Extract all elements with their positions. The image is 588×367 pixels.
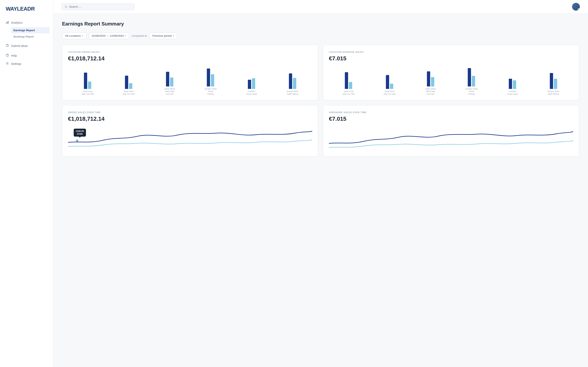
bars-row <box>509 68 516 89</box>
bars-row <box>468 66 475 86</box>
primary-bar <box>468 68 471 86</box>
primary-bar <box>289 73 292 89</box>
primary-bar <box>248 80 251 89</box>
bar-group: Dunnes Store Staff Parking <box>273 68 312 95</box>
topbar <box>53 0 588 14</box>
logo-area: WAYLEADR <box>0 6 53 18</box>
bar-label: Dooleys Hotel Guest Parking <box>465 88 477 95</box>
bar-label: Customs House Quay <box>506 90 519 95</box>
tooltip-value: €108.00 <box>76 130 84 133</box>
svg-point-6 <box>7 56 8 56</box>
gross-sales-card: LOCATION GROSS SALES €1,018,712.14 Quay … <box>62 45 318 100</box>
avg-sales-label: LOCATION AVERAGE SALES <box>329 51 573 53</box>
bar-group: Dooleys Hotel Guest Parking <box>191 66 230 95</box>
period-chevron-icon: ▾ <box>173 34 174 37</box>
bar-label: Dunnes Store Staff Parking <box>286 90 299 95</box>
help-icon <box>6 54 9 58</box>
primary-bar <box>427 71 430 86</box>
sidebar-item-settings[interactable]: Settings <box>3 60 50 68</box>
compared-to-label: compared to <box>132 34 147 37</box>
bar-label: Clyde Wharf Short Stay Car Park <box>424 88 437 95</box>
bars-row <box>289 68 296 89</box>
search-bar[interactable] <box>61 3 135 10</box>
avg-time-chart <box>329 127 573 151</box>
secondary-bar <box>431 77 434 86</box>
sidebar-item-submit-ideas[interactable]: Submit Ideas <box>3 42 50 50</box>
bar-label: Quay Short Stay Car Park <box>383 90 396 95</box>
svg-point-7 <box>7 63 8 64</box>
gross-time-svg <box>68 127 312 151</box>
date-range-filter[interactable]: 01/06/2024 → 12/06/2024 ▾ <box>89 33 129 39</box>
avg-time-card: AVERAGRE SALES OVER TIME €7.015 <box>323 105 579 157</box>
secondary-bar <box>390 83 393 89</box>
sidebar-item-help[interactable]: Help <box>3 52 50 60</box>
svg-rect-0 <box>6 22 7 24</box>
filters-row: All Locations ▾ 01/06/2024 → 12/06/2024 … <box>62 33 579 39</box>
svg-rect-2 <box>8 21 9 24</box>
settings-icon <box>6 62 9 66</box>
bar-label: Clyde Wharf Short Stay Car Park <box>164 88 176 95</box>
submit-ideas-label: Submit Ideas <box>11 44 28 48</box>
gross-sales-value: €1,018,712.14 <box>68 55 312 62</box>
location-filter-label: All Locations <box>65 34 81 37</box>
secondary-bar <box>472 76 475 86</box>
bars-row <box>125 68 132 89</box>
period-filter-label: Previous period <box>153 34 172 37</box>
gross-sales-chart: Quay Long Stay Car ParkQuay Short Stay C… <box>68 67 312 95</box>
primary-bar <box>386 75 389 89</box>
primary-bar <box>207 68 210 86</box>
gross-time-value: €1,018,712.14 <box>68 116 312 122</box>
bar-group: Clyde Wharf Short Stay Car Park <box>150 66 189 95</box>
bar-label: Quay Short Stay Car Park <box>122 90 135 95</box>
primary-bar <box>550 73 553 89</box>
avg-sales-card: LOCATION AVERAGE SALES €7.015 Quay Long … <box>323 45 579 100</box>
sidebar-item-analytics[interactable]: Analytics <box>3 18 50 27</box>
sidebar-item-earnings-report[interactable]: Earnings Report <box>11 27 50 33</box>
top-cards-grid: LOCATION GROSS SALES €1,018,712.14 Quay … <box>62 45 579 100</box>
gross-time-label: GROSS SALES OVER TIME <box>68 111 312 114</box>
secondary-bar <box>293 78 296 89</box>
primary-bar <box>345 72 348 89</box>
settings-label: Settings <box>11 62 21 66</box>
tooltip-date: 07/06 <box>76 133 84 135</box>
secondary-bar <box>88 82 91 89</box>
primary-bar <box>84 73 87 89</box>
secondary-bar <box>129 83 132 89</box>
period-filter[interactable]: Previous period ▾ <box>149 33 177 39</box>
logo: WAYLEADR <box>6 6 47 12</box>
bar-label: Dooleys Hotel Guest Parking <box>204 88 217 95</box>
bar-group: Customs House Quay <box>232 68 271 95</box>
bar-label: Dunnes Store Staff Parking <box>547 90 560 95</box>
search-input[interactable] <box>69 5 131 8</box>
location-filter[interactable]: All Locations ▾ <box>62 33 86 39</box>
analytics-icon <box>6 21 9 25</box>
avatar[interactable] <box>572 3 580 11</box>
bar-group: Dunnes Store Staff Parking <box>534 68 573 95</box>
avg-sales-chart: Quay Long Stay Car ParkQuay Short Stay C… <box>329 67 573 95</box>
secondary-bar <box>554 79 557 89</box>
tooltip-dot <box>76 140 78 142</box>
secondary-bar <box>170 77 173 86</box>
bars-row <box>427 66 434 86</box>
nav-section: Analytics Earnings Report Bookings Repor… <box>0 18 53 68</box>
sidebar-item-bookings-report[interactable]: Bookings Report <box>11 33 50 40</box>
svg-rect-1 <box>7 22 8 24</box>
chart-tooltip: €108.00 07/06 <box>74 129 86 137</box>
bar-label: Quay Long Stay Car Park <box>81 90 94 95</box>
sidebar: WAYLEADR Analytics Earnings Report Booki… <box>0 0 53 367</box>
bars-row <box>166 66 173 86</box>
bar-group: Clyde Wharf Short Stay Car Park <box>411 66 450 95</box>
page-title: Earnings Report Summary <box>62 21 579 27</box>
bar-group: Quay Long Stay Car Park <box>329 68 368 95</box>
page-content: Earnings Report Summary All Locations ▾ … <box>53 14 588 169</box>
secondary-bar <box>349 82 352 89</box>
gross-time-card: GROSS SALES OVER TIME €1,018,712.14 €108… <box>62 105 318 157</box>
primary-bar <box>125 76 128 89</box>
bar-group: Quay Short Stay Car Park <box>109 68 148 95</box>
avg-time-label: AVERAGRE SALES OVER TIME <box>329 111 573 114</box>
bar-group: Quay Long Stay Car Park <box>68 68 107 95</box>
secondary-bar <box>513 80 516 89</box>
bars-row <box>84 68 91 89</box>
secondary-bar <box>211 74 214 86</box>
analytics-sub-items: Earnings Report Bookings Report <box>3 27 50 40</box>
